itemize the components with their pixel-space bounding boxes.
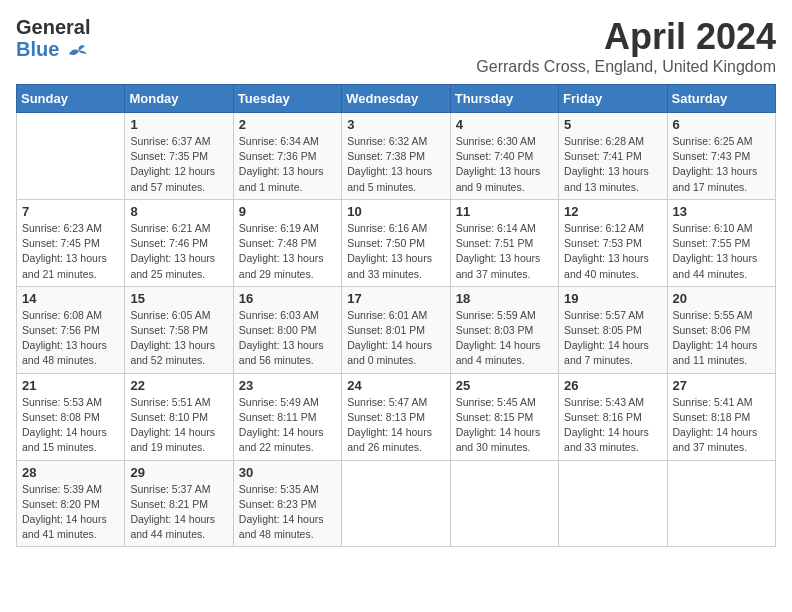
day-number: 22 — [130, 378, 227, 393]
day-info: Sunrise: 5:37 AM Sunset: 8:21 PM Dayligh… — [130, 482, 227, 543]
day-number: 2 — [239, 117, 336, 132]
weekday-header-tuesday: Tuesday — [233, 85, 341, 113]
calendar-cell: 7Sunrise: 6:23 AM Sunset: 7:45 PM Daylig… — [17, 199, 125, 286]
day-number: 29 — [130, 465, 227, 480]
day-info: Sunrise: 6:10 AM Sunset: 7:55 PM Dayligh… — [673, 221, 770, 282]
day-info: Sunrise: 6:01 AM Sunset: 8:01 PM Dayligh… — [347, 308, 444, 369]
weekday-header-saturday: Saturday — [667, 85, 775, 113]
day-number: 1 — [130, 117, 227, 132]
weekday-header-monday: Monday — [125, 85, 233, 113]
title-block: April 2024 Gerrards Cross, England, Unit… — [476, 16, 776, 76]
day-number: 30 — [239, 465, 336, 480]
day-info: Sunrise: 5:49 AM Sunset: 8:11 PM Dayligh… — [239, 395, 336, 456]
calendar-cell: 24Sunrise: 5:47 AM Sunset: 8:13 PM Dayli… — [342, 373, 450, 460]
calendar-cell: 16Sunrise: 6:03 AM Sunset: 8:00 PM Dayli… — [233, 286, 341, 373]
calendar-cell — [342, 460, 450, 547]
day-number: 20 — [673, 291, 770, 306]
calendar-cell: 8Sunrise: 6:21 AM Sunset: 7:46 PM Daylig… — [125, 199, 233, 286]
calendar-cell: 23Sunrise: 5:49 AM Sunset: 8:11 PM Dayli… — [233, 373, 341, 460]
day-number: 6 — [673, 117, 770, 132]
day-number: 21 — [22, 378, 119, 393]
day-number: 27 — [673, 378, 770, 393]
calendar-cell: 1Sunrise: 6:37 AM Sunset: 7:35 PM Daylig… — [125, 113, 233, 200]
day-number: 28 — [22, 465, 119, 480]
weekday-header-wednesday: Wednesday — [342, 85, 450, 113]
calendar-cell: 21Sunrise: 5:53 AM Sunset: 8:08 PM Dayli… — [17, 373, 125, 460]
calendar-cell: 11Sunrise: 6:14 AM Sunset: 7:51 PM Dayli… — [450, 199, 558, 286]
day-number: 12 — [564, 204, 661, 219]
day-number: 3 — [347, 117, 444, 132]
calendar-cell: 5Sunrise: 6:28 AM Sunset: 7:41 PM Daylig… — [559, 113, 667, 200]
calendar-cell — [450, 460, 558, 547]
day-info: Sunrise: 5:59 AM Sunset: 8:03 PM Dayligh… — [456, 308, 553, 369]
calendar-cell: 14Sunrise: 6:08 AM Sunset: 7:56 PM Dayli… — [17, 286, 125, 373]
calendar-week-row: 28Sunrise: 5:39 AM Sunset: 8:20 PM Dayli… — [17, 460, 776, 547]
day-info: Sunrise: 6:32 AM Sunset: 7:38 PM Dayligh… — [347, 134, 444, 195]
calendar-cell: 18Sunrise: 5:59 AM Sunset: 8:03 PM Dayli… — [450, 286, 558, 373]
day-info: Sunrise: 6:03 AM Sunset: 8:00 PM Dayligh… — [239, 308, 336, 369]
day-number: 17 — [347, 291, 444, 306]
location-title: Gerrards Cross, England, United Kingdom — [476, 58, 776, 76]
calendar-week-row: 21Sunrise: 5:53 AM Sunset: 8:08 PM Dayli… — [17, 373, 776, 460]
calendar-week-row: 14Sunrise: 6:08 AM Sunset: 7:56 PM Dayli… — [17, 286, 776, 373]
day-info: Sunrise: 5:45 AM Sunset: 8:15 PM Dayligh… — [456, 395, 553, 456]
calendar-week-row: 7Sunrise: 6:23 AM Sunset: 7:45 PM Daylig… — [17, 199, 776, 286]
logo-general: General — [16, 16, 90, 38]
day-info: Sunrise: 6:19 AM Sunset: 7:48 PM Dayligh… — [239, 221, 336, 282]
calendar-cell: 15Sunrise: 6:05 AM Sunset: 7:58 PM Dayli… — [125, 286, 233, 373]
calendar-cell — [17, 113, 125, 200]
calendar-cell: 30Sunrise: 5:35 AM Sunset: 8:23 PM Dayli… — [233, 460, 341, 547]
day-info: Sunrise: 5:47 AM Sunset: 8:13 PM Dayligh… — [347, 395, 444, 456]
day-number: 4 — [456, 117, 553, 132]
day-info: Sunrise: 6:16 AM Sunset: 7:50 PM Dayligh… — [347, 221, 444, 282]
day-info: Sunrise: 5:53 AM Sunset: 8:08 PM Dayligh… — [22, 395, 119, 456]
calendar-cell: 12Sunrise: 6:12 AM Sunset: 7:53 PM Dayli… — [559, 199, 667, 286]
logo: General Blue — [16, 16, 90, 60]
month-title: April 2024 — [476, 16, 776, 58]
day-number: 7 — [22, 204, 119, 219]
day-number: 14 — [22, 291, 119, 306]
day-number: 10 — [347, 204, 444, 219]
day-number: 11 — [456, 204, 553, 219]
day-info: Sunrise: 5:43 AM Sunset: 8:16 PM Dayligh… — [564, 395, 661, 456]
day-info: Sunrise: 6:28 AM Sunset: 7:41 PM Dayligh… — [564, 134, 661, 195]
day-info: Sunrise: 6:05 AM Sunset: 7:58 PM Dayligh… — [130, 308, 227, 369]
day-info: Sunrise: 6:23 AM Sunset: 7:45 PM Dayligh… — [22, 221, 119, 282]
day-info: Sunrise: 6:12 AM Sunset: 7:53 PM Dayligh… — [564, 221, 661, 282]
day-info: Sunrise: 6:14 AM Sunset: 7:51 PM Dayligh… — [456, 221, 553, 282]
calendar-cell: 3Sunrise: 6:32 AM Sunset: 7:38 PM Daylig… — [342, 113, 450, 200]
day-number: 26 — [564, 378, 661, 393]
calendar-cell: 26Sunrise: 5:43 AM Sunset: 8:16 PM Dayli… — [559, 373, 667, 460]
day-number: 16 — [239, 291, 336, 306]
day-info: Sunrise: 5:39 AM Sunset: 8:20 PM Dayligh… — [22, 482, 119, 543]
calendar-table: SundayMondayTuesdayWednesdayThursdayFrid… — [16, 84, 776, 547]
day-info: Sunrise: 6:37 AM Sunset: 7:35 PM Dayligh… — [130, 134, 227, 195]
day-number: 9 — [239, 204, 336, 219]
weekday-header-row: SundayMondayTuesdayWednesdayThursdayFrid… — [17, 85, 776, 113]
calendar-cell: 25Sunrise: 5:45 AM Sunset: 8:15 PM Dayli… — [450, 373, 558, 460]
calendar-cell: 29Sunrise: 5:37 AM Sunset: 8:21 PM Dayli… — [125, 460, 233, 547]
day-number: 5 — [564, 117, 661, 132]
calendar-cell: 17Sunrise: 6:01 AM Sunset: 8:01 PM Dayli… — [342, 286, 450, 373]
calendar-cell: 10Sunrise: 6:16 AM Sunset: 7:50 PM Dayli… — [342, 199, 450, 286]
weekday-header-sunday: Sunday — [17, 85, 125, 113]
day-info: Sunrise: 6:25 AM Sunset: 7:43 PM Dayligh… — [673, 134, 770, 195]
day-number: 23 — [239, 378, 336, 393]
day-info: Sunrise: 6:08 AM Sunset: 7:56 PM Dayligh… — [22, 308, 119, 369]
day-number: 13 — [673, 204, 770, 219]
day-number: 8 — [130, 204, 227, 219]
day-number: 19 — [564, 291, 661, 306]
calendar-cell: 9Sunrise: 6:19 AM Sunset: 7:48 PM Daylig… — [233, 199, 341, 286]
calendar-cell: 6Sunrise: 6:25 AM Sunset: 7:43 PM Daylig… — [667, 113, 775, 200]
calendar-cell: 20Sunrise: 5:55 AM Sunset: 8:06 PM Dayli… — [667, 286, 775, 373]
day-info: Sunrise: 5:55 AM Sunset: 8:06 PM Dayligh… — [673, 308, 770, 369]
day-number: 15 — [130, 291, 227, 306]
day-info: Sunrise: 6:34 AM Sunset: 7:36 PM Dayligh… — [239, 134, 336, 195]
day-number: 18 — [456, 291, 553, 306]
calendar-cell: 4Sunrise: 6:30 AM Sunset: 7:40 PM Daylig… — [450, 113, 558, 200]
calendar-cell — [667, 460, 775, 547]
calendar-cell — [559, 460, 667, 547]
calendar-cell: 13Sunrise: 6:10 AM Sunset: 7:55 PM Dayli… — [667, 199, 775, 286]
calendar-cell: 28Sunrise: 5:39 AM Sunset: 8:20 PM Dayli… — [17, 460, 125, 547]
day-info: Sunrise: 6:21 AM Sunset: 7:46 PM Dayligh… — [130, 221, 227, 282]
